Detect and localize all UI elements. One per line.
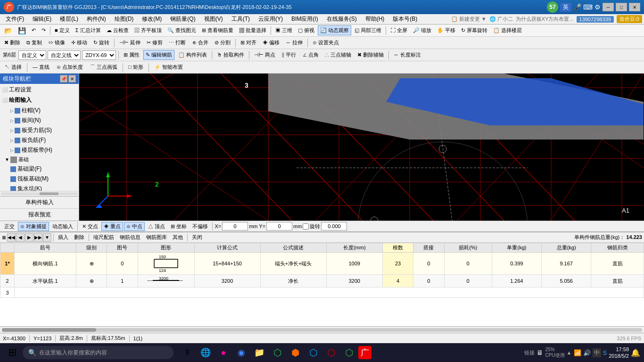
rt-insert[interactable]: 插入 xyxy=(56,233,71,242)
menu-help[interactable]: 帮助(H) xyxy=(362,14,388,24)
menu-file[interactable]: 文件(F) xyxy=(2,14,28,24)
tb-cloud-check[interactable]: ☁ 云检查 xyxy=(104,25,131,35)
sidebar-item-board-tension[interactable]: ▷ 板受力筋(S) xyxy=(4,125,79,135)
table-row[interactable]: 3 xyxy=(0,288,644,298)
code-select[interactable]: ZDYX-69 xyxy=(82,50,116,60)
taskbar-icon-chrome[interactable]: ● xyxy=(215,344,232,361)
tb3-select[interactable]: ↖ 选择 xyxy=(2,62,25,72)
rebar-table-container[interactable]: 筋号 级别 图号 图形 计算公式 公式描述 长度(mm) 根数 搭接 损耗(%)… xyxy=(0,243,644,326)
tb-batch-select[interactable]: ▦ 批量选择 xyxy=(237,25,269,35)
tb-view-rebar[interactable]: ⊞ 查看钢筋量 xyxy=(199,25,236,35)
tb-pan[interactable]: ✋ 平移 xyxy=(435,25,458,35)
tb2-split[interactable]: ⊘ 分割 xyxy=(212,38,233,48)
sidebar-item-report[interactable]: 报表预览 xyxy=(0,209,79,221)
bt-intersection[interactable]: ✕ 交点 xyxy=(80,222,100,231)
update-btn[interactable]: 📋 新建变更 ▼ xyxy=(451,16,487,23)
brand-btn[interactable]: 🌐 广小二 xyxy=(489,16,513,23)
bt-coord[interactable]: ⊞ 坐标 xyxy=(168,222,189,231)
tray-arrow[interactable]: ▲ xyxy=(567,350,572,355)
tray-network-icon[interactable]: 🖥 xyxy=(537,349,543,356)
settings-icon[interactable]: ⚙ xyxy=(594,3,601,11)
tb2-three-point-aux[interactable]: ∴ 三点辅轴 xyxy=(322,50,354,60)
tb-zoom[interactable]: 🔎 缩放 xyxy=(411,25,434,35)
sidebar-item-board-between[interactable]: ▷ 板间(N) xyxy=(4,115,79,125)
tb-fullscreen[interactable]: ⛶ 全屏 xyxy=(388,25,410,35)
menu-floor[interactable]: 楼层(L) xyxy=(56,14,82,24)
x-input[interactable]: 0 xyxy=(222,222,248,230)
tb2-parallel[interactable]: ∥ 平行 xyxy=(279,50,298,60)
tb2-point-angle[interactable]: ∠ 点角 xyxy=(300,50,321,60)
tb2-mirror[interactable]: ⇔ 镜像 xyxy=(46,38,67,48)
bt-no-offset[interactable]: 不偏移 xyxy=(190,222,210,231)
menu-draw[interactable]: 绘图(D) xyxy=(111,14,138,24)
nav-last[interactable]: ▶▶ xyxy=(34,233,42,242)
tb2-pick-component[interactable]: 🖱 拾取构件 xyxy=(215,50,247,60)
tb-3d[interactable]: ▣ 三维 xyxy=(273,25,295,35)
sidebar-item-floor-band[interactable]: ▷ 楼层板带(H) xyxy=(4,145,79,155)
tb2-component-list[interactable]: 📋 构件列表 xyxy=(176,50,209,60)
tray-volume-icon[interactable]: 🔊 xyxy=(583,349,591,356)
scroll-thumb[interactable] xyxy=(2,328,96,332)
taskbar-icon-app5[interactable]: ⬡ xyxy=(340,344,357,361)
sidebar-item-drawing[interactable]: ⬜ 绘图输入 xyxy=(0,95,79,105)
tb2-align[interactable]: ⊞ 对齐 xyxy=(238,38,259,48)
tb2-break[interactable]: ⋯ 打断 xyxy=(166,38,188,48)
sidebar-group-foundation[interactable]: ▼ 基础 xyxy=(4,155,79,164)
menu-online[interactable]: 在线服务(S) xyxy=(323,14,361,24)
close-button[interactable]: ✕ xyxy=(629,3,640,11)
menu-component[interactable]: 构件(N) xyxy=(83,14,110,24)
tb2-delete[interactable]: ✖ 删除 xyxy=(2,38,23,48)
bt-vertex[interactable]: △ 顶点 xyxy=(146,222,167,231)
tb-redo[interactable]: ↷ xyxy=(39,26,48,35)
menu-bim[interactable]: BIM应用(I) xyxy=(288,14,322,24)
taskbar-icon-app2[interactable]: ⬢ xyxy=(287,344,304,361)
tb2-edit-rebar[interactable]: ✎ 编辑钢筋 xyxy=(143,50,174,60)
rotate-input[interactable] xyxy=(321,222,347,230)
minimize-button[interactable]: ─ xyxy=(603,3,614,11)
table-row[interactable]: 2 水平纵筋.1 ⊕ 1 —— 3200 —— 3200 净长 320 xyxy=(0,275,644,288)
rotate-checkbox[interactable] xyxy=(303,223,309,230)
tb2-move[interactable]: ✛ 移动 xyxy=(69,38,90,48)
nav-first[interactable]: ◀◀ xyxy=(7,233,16,242)
taskbar-icon-app4[interactable]: ⬡ xyxy=(322,344,339,361)
tb2-properties[interactable]: ⊞ 属性 xyxy=(121,50,142,60)
tb-define[interactable]: ■ 定义 xyxy=(52,25,72,35)
taskbar-icon-app3[interactable]: ⬡ xyxy=(305,344,322,361)
scroll-track[interactable] xyxy=(2,328,642,332)
rt-close[interactable]: 关闭 xyxy=(190,233,205,242)
taskbar-icon-chrome2[interactable]: ◉ xyxy=(233,344,250,361)
sidebar-item-foundation-beam[interactable]: 基础梁(F) xyxy=(8,164,79,174)
nav-down[interactable]: ▼ xyxy=(43,233,51,242)
tb2-delete-aux[interactable]: ✖ 删除辅轴 xyxy=(355,50,386,60)
bt-orthogonal[interactable]: 正交 xyxy=(2,222,17,231)
tb3-line[interactable]: — 直线 xyxy=(30,62,52,72)
rt-delete[interactable]: 删除 xyxy=(72,233,87,242)
sidebar-item-raft[interactable]: 筏板基础(M) xyxy=(8,174,79,184)
tray-input-method[interactable]: 中 xyxy=(593,348,601,357)
tb-local-3d[interactable]: ◱ 局部三维 xyxy=(352,25,384,35)
voice-icon[interactable]: 🎤 xyxy=(573,3,581,11)
tb3-point-length[interactable]: ⊙ 点加长度 xyxy=(54,62,86,72)
taskbar-icon-explorer[interactable]: 📁 xyxy=(251,344,268,361)
menu-modify[interactable]: 修改(M) xyxy=(138,14,165,24)
tb2-rotate[interactable]: ↻ 旋转 xyxy=(91,38,112,48)
bt-snap[interactable]: ⊙ 对象捕提 xyxy=(18,222,49,231)
sidebar-item-sump[interactable]: 集水坑(K) xyxy=(8,184,79,191)
table-row[interactable]: 1* 横向钢筋.1 ⊕ 0 150 124 15 xyxy=(0,253,644,275)
tb2-offset[interactable]: ◈ 偏移 xyxy=(260,38,282,48)
tb3-rect[interactable]: □ 矩形 xyxy=(125,62,146,72)
rt-scale-rebar[interactable]: 缩尺配筋 xyxy=(91,233,116,242)
maximize-button[interactable]: □ xyxy=(616,3,627,11)
nav-prev[interactable]: ◀ xyxy=(16,233,25,242)
sidebar-close-btn[interactable]: ✕ xyxy=(68,75,76,82)
tb-save[interactable]: 💾 xyxy=(16,25,28,36)
menu-rebar-qty[interactable]: 钢筋量(Q) xyxy=(166,14,199,24)
layer-line-select[interactable]: 自定义线 xyxy=(48,50,81,60)
notification-icon[interactable]: 🔔 xyxy=(631,348,640,357)
y-input[interactable]: 0 xyxy=(266,222,292,230)
sidebar-item-board-neg[interactable]: ▷ 板负筋(F) xyxy=(4,135,79,145)
tb-screen-rotate[interactable]: ↻ 屏幕旋转 xyxy=(459,25,490,35)
bt-center[interactable]: ⊙ 中点 xyxy=(124,222,145,231)
menu-edit[interactable]: 编辑(E) xyxy=(29,14,55,24)
system-clock[interactable]: 17:58 2018/5/2 xyxy=(609,346,629,360)
